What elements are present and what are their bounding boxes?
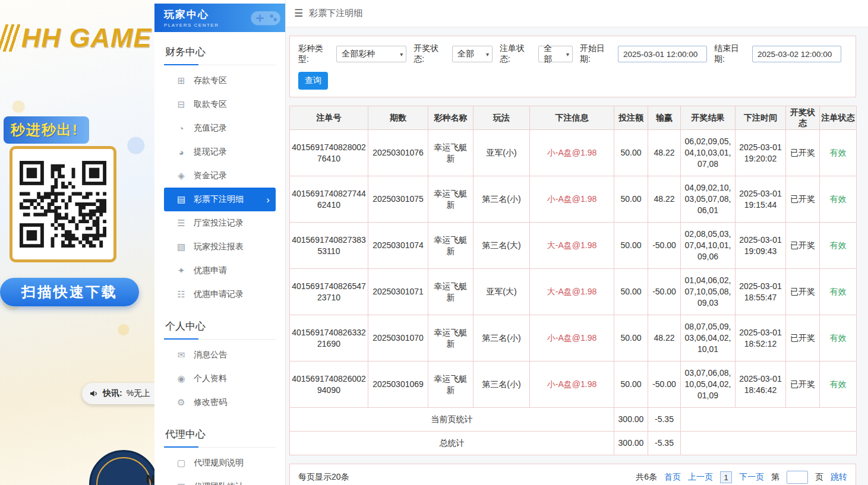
search-button[interactable]: 查询 (298, 72, 328, 90)
jump-page-input[interactable] (787, 471, 808, 484)
sidebar-item-promo-apply-records[interactable]: ☷优惠申请记录 (164, 283, 276, 306)
cell-period: 20250301074 (368, 223, 428, 269)
summary-amount: 300.00 (614, 408, 648, 432)
topbar: ☰ 彩票下注明细 (286, 0, 868, 27)
cell-win-loss: 48.22 (648, 315, 681, 362)
sidebar-item-fund-records[interactable]: ◈资金记录 (164, 164, 276, 188)
sidebar-item-label: 充值记录 (194, 123, 227, 134)
draw-status-select[interactable]: 全部 ▾ (452, 46, 493, 62)
qr-code-icon (20, 160, 106, 249)
sidebar-item-change-password[interactable]: ⚙修改密码 (164, 391, 276, 414)
cell-bet-no: 401569174082654723710 (290, 269, 368, 315)
cell-draw-result: 08,07,05,09,03,06,04,02,10,01 (681, 315, 736, 362)
cell-draw-result: 04,09,02,10,03,05,07,08,06,01 (681, 176, 736, 223)
agent-team-stats-icon: ▥ (176, 481, 187, 485)
summary-label: 总统计 (290, 432, 614, 455)
chevron-down-icon: ▾ (486, 51, 489, 58)
cell-draw-status: 已开奖 (786, 176, 820, 223)
sidebar-item-player-bet-report[interactable]: ▧玩家投注报表 (164, 235, 276, 259)
end-date-label: 结束日期: (714, 43, 749, 65)
prev-page-link[interactable]: 上一页 (688, 472, 713, 483)
cell-bet-amount: 50.00 (614, 223, 648, 269)
next-page-link[interactable]: 下一页 (739, 472, 764, 483)
cell-bet-time: 2025-03-01 19:20:02 (736, 130, 786, 176)
promo-apply-icon: ✦ (176, 265, 187, 276)
player-bet-report-icon: ▧ (176, 242, 187, 252)
sidebar-item-recharge-records[interactable]: ◔充值记录 (164, 116, 276, 140)
cell-lottery-name: 幸运飞艇新 (428, 130, 474, 176)
lottery-type-select[interactable]: 全部彩种 ▾ (336, 46, 406, 62)
sidebar-item-cashout-records[interactable]: ◕提现记录 (164, 140, 276, 164)
cell-win-loss: 48.22 (648, 176, 681, 223)
sidebar-item-hall-bet-records[interactable]: ☰厅室投注记录 (164, 211, 276, 235)
news-ticker: 快讯: %无上 (82, 383, 154, 404)
lottery-bet-details-icon: ▤ (176, 194, 187, 205)
sidebar-item-deposit[interactable]: ⊞存款专区 (164, 69, 276, 93)
sidebar-item-agent-rules[interactable]: ▢代理规则说明 (164, 451, 276, 475)
hamburger-menu-icon[interactable]: ☰ (294, 7, 303, 20)
cell-bet-info: 小-A盘@1.98 (530, 362, 614, 408)
cell-bet-info: 大-A盘@1.98 (530, 269, 614, 315)
cell-draw-result: 01,04,06,02,07,10,05,08,09,03 (681, 269, 736, 315)
cell-bet-info: 小-A盘@1.98 (530, 176, 614, 223)
partner-logo (89, 450, 154, 485)
bets-table-wrap: 注单号期数彩种名称玩法下注信息投注额输赢开奖结果下注时间开奖状态注单状态 401… (289, 106, 856, 455)
sidebar-item-messages[interactable]: ✉消息公告 (164, 343, 276, 367)
bet-status-value: 全部 (544, 43, 560, 65)
scan-download-button[interactable]: 扫描快速下载 (0, 278, 139, 306)
app-root: HH GAME 秒进秒出! 扫描快速下载 快讯: %无上 N (0, 0, 868, 485)
cell-lottery-name: 幸运飞艇新 (428, 269, 474, 315)
cell-bet-no: 401569174082738353110 (290, 223, 368, 269)
cell-bet-amount: 50.00 (614, 130, 648, 176)
first-page-link[interactable]: 首页 (664, 472, 681, 483)
column-header: 投注额 (614, 106, 648, 130)
bet-status-label: 注单状态: (500, 43, 535, 65)
sidebar-item-label: 修改密码 (194, 397, 227, 408)
cell-bet-time: 2025-03-01 18:55:47 (736, 269, 786, 315)
sidebar-item-label: 玩家投注报表 (194, 242, 244, 252)
column-header: 注单号 (290, 106, 368, 130)
summary-label: 当前页统计 (290, 408, 614, 432)
sidebar-item-profile[interactable]: ◉个人资料 (164, 367, 276, 391)
cell-bet-status: 有效 (820, 315, 857, 362)
cell-bet-info: 小-A盘@1.98 (530, 315, 614, 362)
sidebar-nav: 财务中心⊞存款专区⊟取款专区◔充值记录◕提现记录◈资金记录▤彩票下注明细›☰厅室… (154, 37, 285, 485)
sidebar-item-promo-apply[interactable]: ✦优惠申请 (164, 259, 276, 283)
cell-bet-amount: 50.00 (614, 315, 648, 362)
sidebar-item-label: 彩票下注明细 (194, 194, 244, 205)
start-date-input[interactable] (618, 46, 707, 62)
jump-button[interactable]: 跳转 (831, 472, 847, 483)
cell-play-type: 第三名(小) (474, 362, 530, 408)
column-header: 下注时间 (736, 106, 786, 130)
cell-bet-status: 有效 (820, 176, 857, 223)
jump-suffix-label: 页 (815, 472, 823, 483)
cell-period: 20250301070 (368, 315, 428, 362)
bets-table: 注单号期数彩种名称玩法下注信息投注额输赢开奖结果下注时间开奖状态注单状态 401… (289, 106, 857, 455)
sidebar-item-label: 消息公告 (194, 350, 227, 360)
cell-draw-result: 03,07,06,08,10,05,04,02,01,09 (681, 362, 736, 408)
cell-win-loss: -50.00 (648, 362, 681, 408)
cell-draw-status: 已开奖 (786, 223, 820, 269)
current-page-badge[interactable]: 1 (720, 471, 732, 483)
gamepad-icon (250, 7, 282, 28)
sidebar-item-withdraw[interactable]: ⊟取款专区 (164, 93, 276, 116)
profile-icon: ◉ (176, 373, 187, 384)
change-password-icon: ⚙ (176, 397, 187, 408)
sidebar-item-lottery-bet-details[interactable]: ▤彩票下注明细› (164, 188, 276, 211)
cell-bet-amount: 50.00 (614, 362, 648, 408)
hall-bet-records-icon: ☰ (176, 218, 187, 229)
logo-bars-icon (0, 24, 23, 52)
cell-draw-status: 已开奖 (786, 362, 820, 408)
end-date-input[interactable] (752, 46, 841, 62)
sidebar-item-agent-team-stats[interactable]: ▥代理团队统计 (164, 475, 276, 485)
bet-status-select[interactable]: 全部 ▾ (538, 46, 573, 62)
start-date-label: 开始日期: (580, 43, 614, 65)
promo-panel: HH GAME 秒进秒出! 扫描快速下载 快讯: %无上 N (0, 0, 154, 485)
sidebar-item-label: 代理规则说明 (194, 458, 244, 468)
cell-lottery-name: 幸运飞艇新 (428, 223, 474, 269)
summary-row: 总统计300.00-5.35 (290, 432, 857, 455)
cell-bet-amount: 50.00 (614, 176, 648, 223)
cell-draw-status: 已开奖 (786, 130, 820, 176)
pagination-bar: 每页显示20条 共6条 首页 上一页 1 下一页 第 页 跳转 (289, 464, 856, 485)
table-row: 40156917408260029409020250301069幸运飞艇新第三名… (290, 362, 857, 408)
